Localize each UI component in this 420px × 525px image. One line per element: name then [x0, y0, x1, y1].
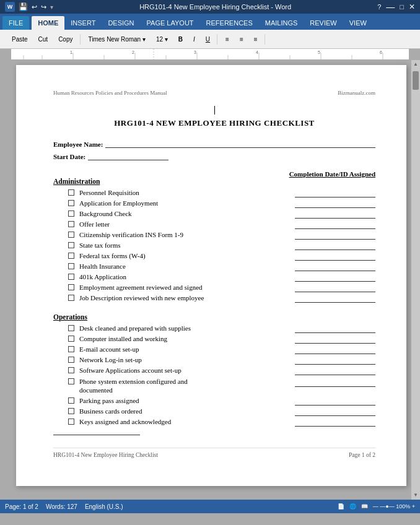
- checkbox-network[interactable]: [68, 357, 74, 363]
- checkbox-citizenship[interactable]: [68, 232, 74, 238]
- tab-references[interactable]: REFERENCES: [200, 16, 259, 30]
- redo-btn[interactable]: ↪: [41, 3, 46, 11]
- checkbox-401k[interactable]: [68, 274, 74, 280]
- list-item: Parking pass assigned: [53, 397, 375, 406]
- item-parking: Parking pass assigned: [79, 397, 291, 404]
- tab-insert[interactable]: INSERT: [64, 16, 102, 30]
- checkbox-email[interactable]: [68, 346, 74, 352]
- item-line-background: [295, 210, 375, 219]
- quick-save-btn[interactable]: 💾: [19, 2, 28, 11]
- checkbox-job-desc[interactable]: [68, 295, 74, 301]
- tab-page-layout[interactable]: PAGE LAYOUT: [141, 16, 200, 30]
- page-status: Page: 1 of 2: [5, 503, 38, 510]
- ribbon: FILE HOME INSERT DESIGN PAGE LAYOUT REFE…: [0, 14, 420, 49]
- tab-file[interactable]: FILE: [2, 16, 29, 30]
- checkbox-health[interactable]: [68, 263, 74, 269]
- item-line-state-tax: [295, 241, 375, 250]
- item-network: Network Log-in set-up: [79, 356, 291, 363]
- list-item: Phone system extension configured anddoc…: [53, 377, 375, 395]
- operations-section: Operations Desk cleaned and prepared wit…: [53, 305, 375, 435]
- vertical-scrollbar[interactable]: ▲ ▼: [411, 60, 420, 500]
- tab-review[interactable]: REVIEW: [304, 16, 343, 30]
- item-state-tax: State tax forms: [79, 241, 291, 249]
- checkbox-personnel[interactable]: [68, 189, 74, 196]
- zoom-slider[interactable]: — —●— 100% +: [373, 503, 415, 510]
- font-select[interactable]: Times New Roman ▾: [84, 34, 150, 45]
- scroll-down-arrow[interactable]: ▼: [413, 492, 418, 498]
- tab-home[interactable]: HOME: [32, 16, 64, 30]
- svg-text:1: 1: [70, 50, 72, 54]
- item-computer: Computer installed and working: [79, 335, 291, 342]
- item-federal-tax: Federal tax forms (W-4): [79, 252, 291, 259]
- minimize-btn[interactable]: —: [386, 2, 395, 12]
- checkbox-application[interactable]: [68, 200, 74, 206]
- document-main-title: HRG101-4 NEW EMPLOYEE HIRING CHECKLIST: [53, 118, 375, 128]
- checkbox-software[interactable]: [68, 367, 74, 373]
- tab-view[interactable]: VIEW: [343, 16, 373, 30]
- left-ruler-area: [0, 60, 11, 500]
- align-right-btn[interactable]: ≡: [250, 34, 262, 45]
- item-job-desc: Job Description reviewed with new employ…: [79, 294, 291, 302]
- bold-btn[interactable]: B: [174, 34, 187, 45]
- title-bar: W 💾 ↩ ↪ ▾ HRG101-4 New Employee Hiring C…: [0, 0, 420, 14]
- checkbox-federal-tax[interactable]: [68, 253, 74, 259]
- item-line-computer: [295, 335, 375, 344]
- list-item: Personnel Requisition: [53, 189, 375, 197]
- item-line-health: [295, 262, 375, 271]
- checkbox-desk[interactable]: [68, 325, 74, 331]
- employee-name-label: Employee Name:: [53, 141, 103, 148]
- status-bar: Page: 1 of 2 Words: 127 English (U.S.) 📄…: [0, 500, 420, 513]
- checkbox-offer[interactable]: [68, 221, 74, 227]
- copy-btn[interactable]: Copy: [54, 34, 77, 45]
- font-group: Times New Roman ▾ 12 ▾ B I U: [82, 34, 218, 45]
- paste-btn[interactable]: Paste: [7, 34, 32, 45]
- svg-text:4: 4: [256, 50, 258, 54]
- item-line-offer: [295, 220, 375, 229]
- item-line-job-desc: [295, 294, 375, 303]
- administration-section: Administration Completion Date/ID Assign…: [53, 164, 375, 305]
- list-item: Offer letter: [53, 220, 375, 229]
- start-date-line[interactable]: [88, 152, 168, 160]
- help-btn[interactable]: ?: [377, 3, 381, 11]
- checkbox-business-cards[interactable]: [68, 408, 74, 414]
- undo-btn[interactable]: ↩: [32, 3, 37, 11]
- scroll-up-arrow[interactable]: ▲: [413, 61, 418, 67]
- scroll-thumb[interactable]: [413, 71, 419, 90]
- window-controls: ? — □ ✕: [377, 2, 415, 12]
- checkbox-employment-agreement[interactable]: [68, 284, 74, 290]
- list-item: Computer installed and working: [53, 335, 375, 344]
- item-email: E-mail account set-up: [79, 345, 291, 353]
- title-bar-left: W 💾 ↩ ↪ ▾: [5, 2, 53, 12]
- item-keys: Keys assigned and acknowledged: [79, 418, 291, 425]
- svg-text:6: 6: [380, 50, 382, 54]
- ribbon-content: Paste Cut Copy Times New Roman ▾ 12 ▾ B …: [0, 30, 420, 48]
- close-btn[interactable]: ✕: [409, 2, 415, 11]
- align-center-btn[interactable]: ≡: [235, 34, 248, 45]
- tab-design[interactable]: DESIGN: [102, 16, 140, 30]
- maximize-btn[interactable]: □: [400, 3, 404, 11]
- ruler-area: 1 2 3 4 5 6: [0, 49, 420, 60]
- checkbox-background[interactable]: [68, 210, 74, 217]
- footer-left: HRG101-4 New Employee Hiring Checklist: [53, 452, 158, 458]
- footer-right: Page 1 of 2: [349, 452, 375, 458]
- clipboard-group: Paste Cut Copy: [5, 34, 81, 45]
- scroll-area[interactable]: Human Resources Policies and Procedures …: [11, 60, 411, 500]
- font-size[interactable]: 12 ▾: [152, 34, 172, 45]
- underline-btn[interactable]: U: [201, 34, 214, 45]
- svg-text:5: 5: [318, 50, 320, 54]
- tab-mailings[interactable]: MAILINGS: [259, 16, 304, 30]
- checkbox-phone[interactable]: [68, 378, 74, 384]
- align-left-btn[interactable]: ≡: [221, 34, 234, 45]
- view-web-btn[interactable]: 🌐: [349, 503, 356, 510]
- employee-name-line[interactable]: [105, 139, 375, 148]
- italic-btn[interactable]: I: [189, 34, 199, 45]
- view-print-btn[interactable]: 📄: [338, 503, 344, 510]
- list-item: Desk cleaned and prepared with supplies: [53, 324, 375, 333]
- view-read-btn[interactable]: 📖: [361, 503, 368, 510]
- item-software: Software Applications account set-up: [79, 367, 291, 374]
- checkbox-state-tax[interactable]: [68, 242, 74, 248]
- checkbox-computer[interactable]: [68, 336, 74, 342]
- checkbox-keys[interactable]: [68, 419, 74, 425]
- checkbox-parking[interactable]: [68, 397, 74, 404]
- cut-btn[interactable]: Cut: [34, 34, 53, 45]
